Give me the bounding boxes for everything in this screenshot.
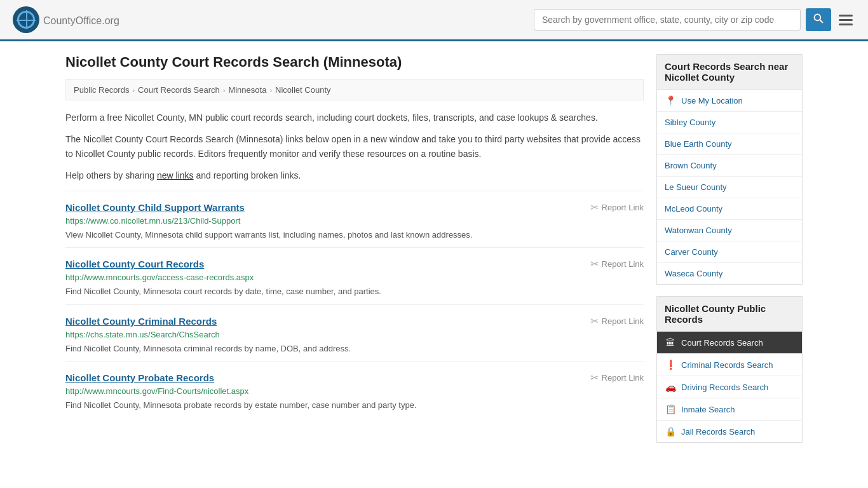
nearby-link-label-5: McLeod County [665,204,722,214]
sidebar-item-mcleod-county[interactable]: McLeod County [657,198,802,220]
desc3-post: and reporting broken links. [194,170,301,180]
menu-button[interactable] [836,12,855,28]
report-link-1[interactable]: ✂ Report Link [590,258,644,270]
result-item-1: Nicollet County Court Records ✂ Report L… [65,247,644,304]
logo-icon [13,6,39,33]
result-title-1[interactable]: Nicollet County Court Records [65,259,204,269]
breadcrumb-sep-2: › [223,86,226,94]
jail-icon: 🔒 [665,426,676,437]
breadcrumb: Public Records › Court Records Search › … [65,79,644,100]
report-icon-1: ✂ [590,258,599,270]
header: CountyOffice.org [0,0,868,41]
search-area [534,8,855,31]
pr-link-label-4: Jail Records Search [681,427,755,437]
breadcrumb-item-court-records-search[interactable]: Court Records Search [138,85,220,95]
report-icon-0: ✂ [590,201,599,214]
breadcrumb-sep-3: › [269,86,272,94]
nearby-link-label-0: Use My Location [681,96,743,105]
logo-suffix: .org [102,15,119,26]
nearby-link-label-2: Blue Earth County [665,139,732,149]
nearby-link-label-4: Le Sueur County [665,182,727,192]
pr-link-label-0: Court Records Search [681,338,763,348]
content-area: Nicollet County Court Records Search (Mi… [65,54,644,454]
result-url-3: http://www.mncourts.gov/Find-Courts/nico… [65,386,644,396]
inmate-icon: 📋 [665,404,676,414]
sidebar-item-watonwan-county[interactable]: Watonwan County [657,220,802,241]
criminal-icon: ❗ [665,360,676,370]
sidebar-item-jail-records-search[interactable]: 🔒 Jail Records Search [657,421,802,442]
nearby-link-label-7: Carver County [665,247,718,257]
report-icon-2: ✂ [590,315,599,327]
result-desc-3: Find Nicollet County, Minnesota probate … [65,399,644,412]
sidebar-item-criminal-records-search[interactable]: ❗ Criminal Records Search [657,354,802,376]
public-records-links-list: 🏛 Court Records Search ❗ Criminal Record… [656,332,803,443]
breadcrumb-sep-1: › [132,86,135,94]
results-list: Nicollet County Child Support Warrants ✂… [65,191,644,418]
sidebar-item-driving-records-search[interactable]: 🚗 Driving Records Search [657,376,802,398]
nearby-link-label-1: Sibley County [665,118,715,127]
new-links-link[interactable]: new links [157,170,194,180]
result-header-3: Nicollet County Probate Records ✂ Report… [65,372,644,384]
result-title-2[interactable]: Nicollet County Criminal Records [65,316,217,327]
sidebar-item-use-my-location[interactable]: 📍 Use My Location [657,90,802,112]
desc3-pre: Help others by sharing [65,170,157,180]
nearby-links-list: 📍 Use My Location Sibley County Blue Ear… [656,90,803,285]
description-2: The Nicollet County Court Records Search… [65,132,644,161]
result-header-2: Nicollet County Criminal Records ✂ Repor… [65,315,644,327]
report-label-0: Report Link [602,203,644,212]
result-url-0: https://www.co.nicollet.mn.us/213/Child-… [65,216,644,226]
pr-link-label-1: Criminal Records Search [681,360,773,370]
sidebar: Court Records Search near Nicollet Count… [656,54,803,454]
report-link-0[interactable]: ✂ Report Link [590,201,644,214]
nearby-link-label-6: Watonwan County [665,226,732,235]
report-label-3: Report Link [602,373,644,383]
pr-link-label-3: Inmate Search [681,405,735,414]
result-header-0: Nicollet County Child Support Warrants ✂… [65,201,644,214]
sidebar-item-carver-county[interactable]: Carver County [657,241,802,263]
result-url-1: http://www.mncourts.gov/access-case-reco… [65,273,644,282]
report-link-3[interactable]: ✂ Report Link [590,372,644,384]
description-3: Help others by sharing new links and rep… [65,168,644,182]
result-header-1: Nicollet County Court Records ✂ Report L… [65,258,644,270]
breadcrumb-item-public-records[interactable]: Public Records [74,85,129,95]
nearby-link-label-8: Waseca County [665,269,722,278]
logo-area: CountyOffice.org [13,6,119,33]
result-title-3[interactable]: Nicollet County Probate Records [65,372,214,383]
result-url-2: https://chs.state.mn.us/Search/ChsSearch [65,330,644,339]
report-label-1: Report Link [602,259,644,269]
search-input[interactable] [534,9,801,30]
nearby-section-title: Court Records Search near Nicollet Count… [656,54,803,90]
sidebar-item-sibley-county[interactable]: Sibley County [657,112,802,133]
pr-link-label-2: Driving Records Search [681,383,768,392]
main-content: Nicollet County Court Records Search (Mi… [53,41,815,467]
breadcrumb-item-minnesota[interactable]: Minnesota [228,85,266,95]
svg-line-1 [820,20,822,22]
sidebar-item-court-records-search[interactable]: 🏛 Court Records Search [657,332,802,354]
result-item-0: Nicollet County Child Support Warrants ✂… [65,191,644,248]
result-item-3: Nicollet County Probate Records ✂ Report… [65,361,644,418]
result-desc-0: View Nicollet County, Minnesota child su… [65,229,644,241]
court-icon: 🏛 [665,337,676,348]
public-records-section-title: Nicollet County Public Records [656,296,803,332]
sidebar-item-inmate-search[interactable]: 📋 Inmate Search [657,398,802,421]
logo-text: CountyOffice.org [43,13,119,27]
search-button[interactable] [806,8,831,31]
report-icon-3: ✂ [590,372,599,384]
result-item-2: Nicollet County Criminal Records ✂ Repor… [65,304,644,362]
sidebar-item-blue-earth-county[interactable]: Blue Earth County [657,133,802,155]
report-label-2: Report Link [602,316,644,326]
result-desc-1: Find Nicollet County, Minnesota court re… [65,285,644,298]
sidebar-item-le-sueur-county[interactable]: Le Sueur County [657,177,802,198]
sidebar-item-waseca-county[interactable]: Waseca County [657,263,802,284]
page-title: Nicollet County Court Records Search (Mi… [65,54,644,71]
report-link-2[interactable]: ✂ Report Link [590,315,644,327]
location-pin-icon: 📍 [665,95,676,105]
sidebar-item-brown-county[interactable]: Brown County [657,155,802,177]
nearby-link-label-3: Brown County [665,161,717,170]
breadcrumb-item-nicollet-county[interactable]: Nicollet County [275,85,330,95]
description-1: Perform a free Nicollet County, MN publi… [65,111,644,125]
result-title-0[interactable]: Nicollet County Child Support Warrants [65,202,245,213]
logo-name: CountyOffice [43,15,102,26]
driving-icon: 🚗 [665,382,676,392]
result-desc-2: Find Nicollet County, Minnesota criminal… [65,342,644,355]
